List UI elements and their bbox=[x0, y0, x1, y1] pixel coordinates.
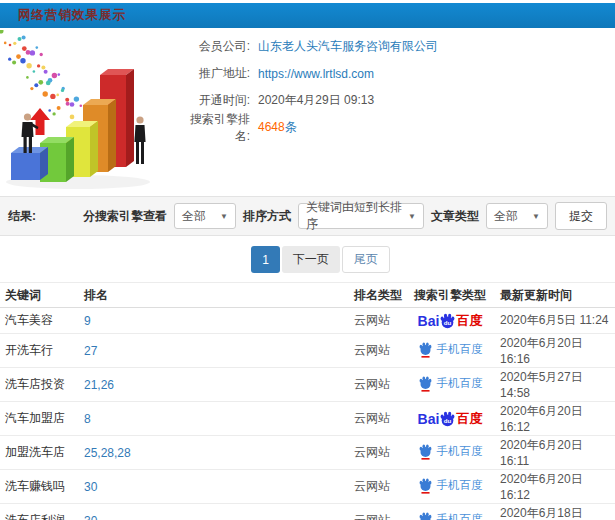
rank-cell[interactable]: 21,26 bbox=[83, 368, 353, 402]
page-1-button[interactable]: 1 bbox=[251, 246, 280, 273]
table-row: 洗车店利润 30 云网站 Bai du 百度 bbox=[0, 504, 615, 520]
pagination: 1 下一页 尾页 bbox=[13, 246, 615, 273]
keyword-cell: 汽车美容 bbox=[0, 308, 83, 334]
search-engine-logo: Bai du 百度 bbox=[418, 312, 483, 330]
article-type-select[interactable]: 全部 ▼ bbox=[486, 203, 548, 229]
info-section: 会员公司: 山东老人头汽车服务咨询有限公司 推广地址: https://www.… bbox=[0, 28, 615, 196]
engine-select-value: 全部 bbox=[182, 208, 206, 225]
bar-chart-illustration-image bbox=[0, 30, 178, 192]
chevron-down-icon: ▼ bbox=[408, 212, 416, 221]
search-engine-logo: Bai du 百度 bbox=[418, 341, 483, 358]
mobile-baidu-label: 手机百度 bbox=[437, 376, 483, 391]
mobile-baidu-label: 手机百度 bbox=[437, 478, 483, 493]
baidu-logo: Bai du 百度 bbox=[418, 312, 483, 330]
mobile-baidu-label: 手机百度 bbox=[437, 444, 483, 459]
baidu-logo: Bai du 百度 bbox=[418, 410, 483, 428]
header-rank-type: 排名类型 bbox=[353, 283, 403, 308]
mobile-baidu-paw-icon bbox=[418, 341, 433, 358]
member-company-field: 会员公司: 山东老人头汽车服务咨询有限公司 bbox=[178, 33, 615, 60]
keyword-cell: 加盟洗车店 bbox=[0, 436, 83, 470]
search-engine-logo: Bai du 百度 bbox=[418, 443, 483, 460]
engine-cell: Bai du 百度 bbox=[403, 308, 497, 334]
mobile-baidu-logo: 手机百度 bbox=[418, 443, 483, 460]
rank-cell[interactable]: 30 bbox=[83, 504, 353, 520]
engine-rank-field: 搜索引擎排名: 4648条 bbox=[178, 114, 615, 141]
header-updated: 最新更新时间 bbox=[497, 283, 615, 308]
baidu-paw-icon: du bbox=[439, 312, 456, 329]
submit-button[interactable]: 提交 bbox=[555, 202, 607, 230]
updated-cell: 2020年6月20日 16:12 bbox=[497, 402, 615, 436]
filter-controls: 分搜索引擎查看 全部 ▼ 排序方式 关键词由短到长排序 ▼ 文章类型 全部 ▼ … bbox=[83, 202, 607, 230]
page-title: 网络营销效果展示 bbox=[18, 7, 126, 24]
table-row: 加盟洗车店 25,28,28 云网站 Bai du 百度 bbox=[0, 436, 615, 470]
rank-cell[interactable]: 8 bbox=[83, 402, 353, 436]
rank-type-cell: 云网站 bbox=[353, 436, 403, 470]
open-time-value: 2020年4月29日 09:13 bbox=[258, 92, 374, 109]
member-company-label: 会员公司: bbox=[178, 38, 250, 55]
mobile-baidu-logo: 手机百度 bbox=[418, 511, 483, 520]
rank-cell[interactable]: 27 bbox=[83, 334, 353, 368]
table-row: 汽车加盟店 8 云网站 Bai du 百度 bbox=[0, 402, 615, 436]
rank-cell[interactable]: 9 bbox=[83, 308, 353, 334]
table-row: 汽车美容 9 云网站 Bai du 百度 bbox=[0, 308, 615, 334]
rank-type-cell: 云网站 bbox=[353, 334, 403, 368]
article-type-label: 文章类型 bbox=[431, 208, 479, 225]
table-row: 开洗车行 27 云网站 Bai du 百度 bbox=[0, 334, 615, 368]
header-rank: 排名 bbox=[83, 283, 353, 308]
engine-cell: Bai du 百度 bbox=[403, 504, 497, 520]
last-page-button[interactable]: 尾页 bbox=[342, 246, 390, 273]
engine-select[interactable]: 全部 ▼ bbox=[174, 203, 236, 229]
mobile-baidu-paw-icon bbox=[418, 375, 433, 392]
promo-url-field: 推广地址: https://www.lrtlsd.com bbox=[178, 60, 615, 87]
updated-cell: 2020年5月27日 14:58 bbox=[497, 368, 615, 402]
baidu-logo-bai-text: Bai bbox=[418, 411, 440, 427]
promo-url-link[interactable]: https://www.lrtlsd.com bbox=[258, 67, 374, 81]
updated-cell: 2020年6月5日 11:24 bbox=[497, 308, 615, 334]
baidu-logo-bai-text: Bai bbox=[418, 313, 440, 329]
search-engine-logo: Bai du 百度 bbox=[418, 511, 483, 520]
rank-type-cell: 云网站 bbox=[353, 402, 403, 436]
member-company-link[interactable]: 山东老人头汽车服务咨询有限公司 bbox=[258, 38, 438, 55]
engine-rank-label: 搜索引擎排名: bbox=[178, 111, 250, 145]
businessman-right-figure bbox=[134, 116, 145, 164]
updated-cell: 2020年6月18日 14:27 bbox=[497, 504, 615, 520]
search-engine-logo: Bai du 百度 bbox=[418, 477, 483, 494]
keyword-cell: 洗车赚钱吗 bbox=[0, 470, 83, 504]
mobile-baidu-logo: 手机百度 bbox=[418, 375, 483, 392]
rank-cell[interactable]: 30 bbox=[83, 470, 353, 504]
promo-url-label: 推广地址: bbox=[178, 65, 250, 82]
rank-type-cell: 云网站 bbox=[353, 504, 403, 520]
open-time-label: 开通时间: bbox=[178, 92, 250, 109]
updated-cell: 2020年6月20日 16:16 bbox=[497, 334, 615, 368]
sort-select[interactable]: 关键词由短到长排序 ▼ bbox=[298, 203, 424, 229]
rank-unit: 条 bbox=[285, 120, 297, 134]
header-engine-type: 搜索引擎类型 bbox=[403, 283, 497, 308]
search-engine-logo: Bai du 百度 bbox=[418, 375, 483, 392]
article-type-select-value: 全部 bbox=[494, 208, 518, 225]
keyword-cell: 洗车店利润 bbox=[0, 504, 83, 520]
engine-filter-label: 分搜索引擎查看 bbox=[83, 208, 167, 225]
mobile-baidu-paw-icon bbox=[418, 477, 433, 494]
svg-text:du: du bbox=[444, 319, 452, 326]
rank-cell[interactable]: 25,28,28 bbox=[83, 436, 353, 470]
keyword-cell: 洗车店投资 bbox=[0, 368, 83, 402]
company-info-fields: 会员公司: 山东老人头汽车服务咨询有限公司 推广地址: https://www.… bbox=[178, 28, 615, 196]
mobile-baidu-logo: 手机百度 bbox=[418, 341, 483, 358]
keyword-cell: 开洗车行 bbox=[0, 334, 83, 368]
mobile-baidu-paw-icon bbox=[418, 443, 433, 460]
engine-cell: Bai du 百度 bbox=[403, 436, 497, 470]
mobile-baidu-label: 手机百度 bbox=[437, 342, 483, 357]
result-label: 结果: bbox=[8, 208, 36, 225]
sort-label: 排序方式 bbox=[243, 208, 291, 225]
rank-count: 4648 bbox=[258, 120, 285, 134]
baidu-paw-icon: du bbox=[439, 410, 456, 427]
mobile-baidu-logo: 手机百度 bbox=[418, 477, 483, 494]
engine-cell: Bai du 百度 bbox=[403, 368, 497, 402]
next-page-button[interactable]: 下一页 bbox=[282, 246, 340, 273]
engine-cell: Bai du 百度 bbox=[403, 402, 497, 436]
confetti-dots bbox=[0, 30, 82, 119]
mobile-baidu-paw-icon bbox=[418, 511, 433, 520]
table-header-row: 关键词 排名 排名类型 搜索引擎类型 最新更新时间 bbox=[0, 283, 615, 308]
table-row: 洗车赚钱吗 30 云网站 Bai du 百度 bbox=[0, 470, 615, 504]
sort-select-value: 关键词由短到长排序 bbox=[306, 199, 402, 233]
